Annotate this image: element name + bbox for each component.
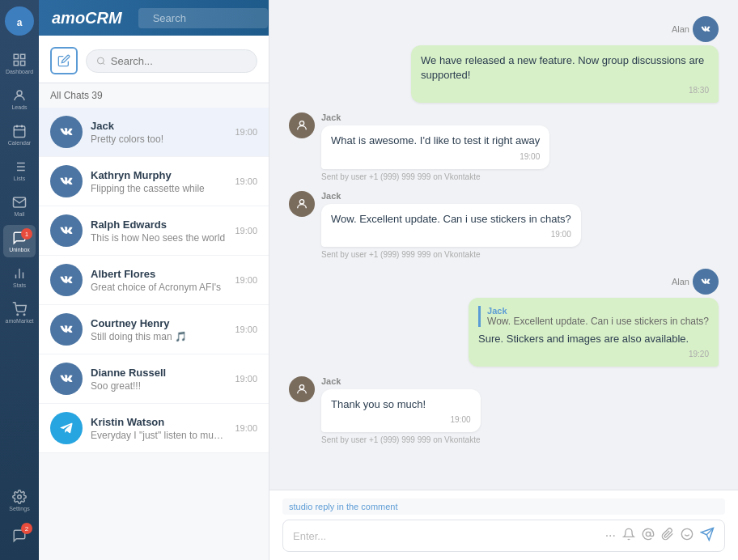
avatar-jack-2	[289, 112, 315, 138]
nav-item-settings[interactable]: Settings	[3, 484, 36, 516]
nav-item-dashboard[interactable]: Dashboard	[3, 47, 36, 79]
chat-time-1: 19:00	[235, 127, 257, 137]
svg-text:a: a	[17, 17, 23, 28]
svg-point-21	[23, 314, 25, 316]
chat-item-4[interactable]: Albert Flores Great choice of Acronym AF…	[39, 256, 269, 305]
avatar-albert	[50, 264, 83, 296]
send-button[interactable]	[700, 527, 715, 545]
chat-time-5: 19:00	[235, 325, 257, 334]
avatar-courtney	[50, 313, 83, 346]
app-logo: amoCRM	[52, 9, 122, 28]
nav-item-amomarket[interactable]: amoMarket	[3, 296, 36, 329]
nav-label-leads: Leads	[11, 104, 27, 110]
msg-bubble-2: What is awesome. I'd like to test it rig…	[321, 125, 549, 168]
msg-time-5: 19:00	[331, 415, 471, 424]
svg-rect-2	[14, 54, 18, 58]
msg-sender-5: Jack	[321, 376, 481, 386]
nav-item-stats[interactable]: Stats	[3, 261, 36, 293]
at-icon[interactable]	[642, 528, 655, 544]
chat-preview-3: This is how Neo sees the world	[91, 232, 227, 244]
chat-search-input[interactable]	[111, 55, 247, 67]
svg-point-20	[17, 314, 19, 316]
svg-point-27	[299, 121, 303, 125]
chat-time-2: 19:00	[235, 176, 257, 186]
avatar-alan-1	[693, 16, 719, 42]
avatar-dianne	[50, 363, 83, 395]
msg-sub-2: Sent by user +1 (999) 999 999 on Vkontak…	[321, 172, 549, 181]
compose-button[interactable]	[50, 47, 78, 74]
chat-preview-2: Flipping the cassette while	[91, 183, 227, 194]
svg-point-29	[299, 385, 303, 389]
svg-point-22	[18, 494, 22, 498]
nav-item-mail[interactable]: Mail	[3, 189, 36, 222]
nav-label-calendar: Calendar	[8, 140, 31, 146]
msg-bubble-4: Jack Wow. Excellent update. Can i use st…	[469, 298, 719, 367]
top-search-input[interactable]	[153, 12, 289, 24]
chat-name-3: Ralph Edwards	[91, 218, 227, 231]
bell-icon[interactable]	[622, 528, 635, 544]
chat-preview-4: Great choice of Acronym AFI's	[91, 282, 227, 293]
messages-area: Alan We have released a new feature. Now…	[269, 0, 738, 490]
chat-item-1[interactable]: Jack Pretty colors too! 19:00	[39, 108, 269, 157]
nav-label-uninbox: Uninbox	[9, 247, 30, 252]
avatar-kathryn	[50, 165, 83, 197]
chat-info-6: Dianne Russell Soo great!!!	[91, 367, 227, 392]
chat-list: Jack Pretty colors too! 19:00 Kathryn Mu…	[39, 108, 269, 560]
msg-sub-3: Sent by user +1 (999) 999 999 on Vkontak…	[321, 250, 581, 259]
top-search-box[interactable]	[138, 8, 268, 28]
message-row-4: Alan Jack Wow. Excellent update. Can i u…	[289, 269, 719, 367]
chat-item-5[interactable]: Courtney Henry Still doing this man 🎵 19…	[39, 305, 269, 354]
msg-text-3: Wow. Excellent update. Can i use sticker…	[331, 212, 571, 227]
msg-bubble-5: Thank you so much! 19:00	[321, 389, 481, 432]
msg-content-5: Jack Thank you so much! 19:00 Sent by us…	[321, 376, 481, 444]
chat-info-5: Courtney Henry Still doing this man 🎵	[91, 317, 227, 342]
chat-name-7: Kristin Watson	[91, 416, 227, 428]
reply-hint-prefix: studio reply in	[289, 502, 346, 511]
msg-sender-alan-4: Alan	[672, 269, 719, 295]
chat-name-6: Dianne Russell	[91, 367, 227, 379]
bottom-chat-badge: 2	[21, 523, 32, 534]
reply-text-4: Wow. Excellent update. Can i use sticker…	[487, 316, 709, 327]
msg-time-3: 19:00	[331, 230, 571, 239]
msg-sender-3: Jack	[321, 191, 581, 201]
chat-item-2[interactable]: Kathryn Murphy Flipping the cassette whi…	[39, 157, 269, 206]
chat-name-1: Jack	[91, 120, 227, 132]
chat-name-4: Albert Flores	[91, 268, 227, 280]
chat-list-header	[39, 36, 269, 83]
msg-time-1: 18:30	[421, 86, 709, 95]
reply-hint-link[interactable]: the comment	[346, 502, 398, 511]
nav-item-uninbox[interactable]: 1 Uninbox	[3, 225, 36, 257]
message-row-1: Alan We have released a new feature. Now…	[289, 16, 719, 103]
chat-preview-1: Pretty colors too!	[91, 134, 227, 145]
chat-item-7[interactable]: Kristin Watson Everyday I "just" listen …	[39, 404, 269, 453]
chat-item-3[interactable]: Ralph Edwards This is how Neo sees the w…	[39, 206, 269, 256]
svg-point-6	[17, 91, 22, 95]
svg-rect-4	[21, 61, 25, 65]
smile-icon[interactable]	[681, 528, 693, 544]
nav-label-stats: Stats	[13, 282, 26, 288]
svg-line-26	[103, 62, 104, 64]
ellipsis-icon[interactable]: ···	[605, 528, 616, 543]
paperclip-icon[interactable]	[661, 528, 674, 544]
chat-time-3: 19:00	[235, 226, 257, 235]
svg-point-30	[646, 532, 650, 536]
chat-time-4: 19:00	[235, 275, 257, 285]
chat-input-area: studio reply in the comment ···	[269, 490, 738, 560]
chat-preview-7: Everyday I "just" listen to music🎵	[91, 430, 227, 441]
svg-point-25	[97, 57, 104, 64]
nav-item-calendar[interactable]: Calendar	[3, 118, 36, 151]
top-bar: amoCRM	[39, 0, 269, 36]
nav-label-dashboard: Dashboard	[6, 69, 33, 74]
chat-info-4: Albert Flores Great choice of Acronym AF…	[91, 268, 227, 293]
nav-item-lists[interactable]: Lists	[3, 154, 36, 186]
nav-item-leads[interactable]: Leads	[3, 83, 36, 115]
nav-item-bottom-chat[interactable]: 2	[3, 520, 36, 552]
msg-sub-5: Sent by user +1 (999) 999 999 on Vkontak…	[321, 435, 481, 444]
chat-search-box[interactable]	[86, 49, 257, 73]
message-input[interactable]	[293, 530, 599, 542]
msg-time-2: 19:00	[331, 152, 540, 161]
chat-item-6[interactable]: Dianne Russell Soo great!!! 19:00	[39, 354, 269, 404]
nav-label-mail: Mail	[15, 211, 25, 217]
chat-name-2: Kathryn Murphy	[91, 169, 227, 181]
msg-content-2: Jack What is awesome. I'd like to test i…	[321, 112, 549, 180]
